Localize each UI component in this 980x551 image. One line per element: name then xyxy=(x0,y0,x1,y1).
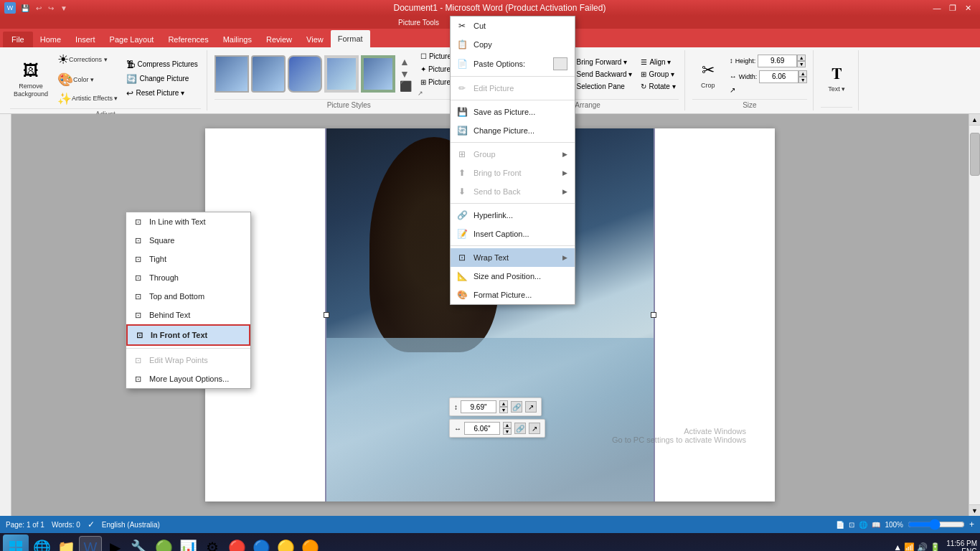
styles-scroll-down[interactable]: ▼ xyxy=(400,68,412,80)
tray-volume[interactable]: 🔊 xyxy=(917,542,928,551)
minimize-button[interactable]: — xyxy=(930,2,944,14)
corrections-button[interactable]: ☀ Corrections ▾ xyxy=(55,50,121,69)
style-thumb-3[interactable] xyxy=(288,55,322,93)
zoom-slider[interactable] xyxy=(908,520,965,529)
text-button[interactable]: 𝐓 Text ▾ xyxy=(821,60,852,95)
height-down[interactable]: ▼ xyxy=(797,61,806,67)
style-thumb-1[interactable] xyxy=(215,55,249,93)
height-up[interactable]: ▲ xyxy=(797,55,806,61)
style-thumb-4[interactable] xyxy=(324,55,359,93)
sub-behind[interactable]: ⊡ Behind Text xyxy=(126,306,250,324)
width-down[interactable]: ▼ xyxy=(798,77,807,83)
tab-page-layout[interactable]: Page Layout xyxy=(103,32,161,47)
scroll-up-button[interactable]: ▲ xyxy=(969,114,980,126)
cm-paste-options[interactable]: 📄 Paste Options: xyxy=(451,54,575,74)
close-button[interactable]: ✕ xyxy=(961,2,976,14)
artistic-effects-button[interactable]: ✨ Artistic Effects ▾ xyxy=(55,90,121,107)
remove-background-button[interactable]: 🖼 RemoveBackground xyxy=(10,57,52,100)
compress-pictures-button[interactable]: 🗜 Compress Pictures xyxy=(123,58,200,71)
style-thumb-5[interactable] xyxy=(361,55,395,93)
width-up[interactable]: ▲ xyxy=(798,70,807,77)
cm-copy[interactable]: 📋 Copy xyxy=(451,35,575,54)
cm-wrap-text[interactable]: ⊡ Wrap Text ▶ xyxy=(451,248,575,267)
styles-dropdown[interactable]: ⬛ xyxy=(400,80,412,92)
ft-lock-icon[interactable]: 🔗 xyxy=(511,401,522,413)
start-button[interactable] xyxy=(3,534,29,551)
taskbar-explorer[interactable]: 📁 xyxy=(55,536,77,551)
tab-format[interactable]: Format xyxy=(331,30,370,47)
ft-height-down[interactable]: ▼ xyxy=(499,407,508,413)
cm-save-as-picture[interactable]: 💾 Save as Picture... xyxy=(451,103,575,121)
cm-insert-caption[interactable]: 📝 Insert Caption... xyxy=(451,225,575,243)
send-backward-button[interactable]: ⬇ Send Backward ▾ xyxy=(566,69,636,80)
taskbar-app8[interactable]: 🟠 xyxy=(298,536,321,551)
ft-lock2-icon[interactable]: 🔗 xyxy=(514,423,526,434)
ft-expand-icon[interactable]: ↗ xyxy=(525,401,537,413)
selection-pane-button[interactable]: ⊞ Selection Pane xyxy=(566,81,636,92)
tray-network[interactable]: 📶 xyxy=(904,542,915,551)
cm-size-position[interactable]: 📐 Size and Position... xyxy=(451,267,575,286)
cm-change-picture[interactable]: 🔄 Change Picture... xyxy=(451,121,575,140)
cm-cut[interactable]: ✂ Cut xyxy=(451,17,575,35)
resize-handle-mr[interactable] xyxy=(651,312,656,318)
cm-edit-picture[interactable]: ✏ Edit Picture xyxy=(451,79,575,98)
taskbar-app5[interactable]: 🔴 xyxy=(225,536,248,551)
size-expand[interactable]: ↗ xyxy=(730,86,808,94)
taskbar-app3[interactable]: 📊 xyxy=(176,536,199,551)
sub-tight[interactable]: ⊡ Tight xyxy=(126,250,250,268)
styles-scroll-up[interactable]: ▲ xyxy=(400,56,412,67)
sub-in-front[interactable]: ⊡ In Front of Text xyxy=(126,324,250,346)
bring-forward-button[interactable]: ⬆ Bring Forward ▾ xyxy=(566,57,636,67)
maximize-button[interactable]: ❐ xyxy=(946,2,960,14)
sub-more-layout[interactable]: ⊡ More Layout Options... xyxy=(126,369,250,388)
tab-home[interactable]: Home xyxy=(33,32,68,47)
tray-battery[interactable]: 🔋 xyxy=(930,542,941,551)
height-input[interactable] xyxy=(758,55,797,67)
rotate-button[interactable]: ↻ Rotate ▾ xyxy=(638,81,678,92)
taskbar-app6[interactable]: 🔵 xyxy=(250,536,273,551)
sub-top-bottom[interactable]: ⊡ Top and Bottom xyxy=(126,287,250,306)
dropdown-quick[interactable]: ▼ xyxy=(58,4,70,12)
cm-hyperlink[interactable]: 🔗 Hyperlink... xyxy=(451,206,575,225)
taskbar-media[interactable]: ▶ xyxy=(103,536,126,551)
sub-through[interactable]: ⊡ Through xyxy=(126,268,250,287)
cm-bring-front[interactable]: ⬆ Bring to Front ▶ xyxy=(451,164,575,182)
tray-expand[interactable]: ▲ xyxy=(893,542,902,551)
taskbar-app4[interactable]: ⚙ xyxy=(201,536,224,551)
scroll-down-button[interactable]: ▼ xyxy=(969,504,980,516)
save-quick[interactable]: 💾 xyxy=(19,4,32,12)
view-read-icon[interactable]: 📖 xyxy=(872,521,880,529)
scroll-thumb[interactable] xyxy=(970,133,980,176)
style-thumb-2[interactable] xyxy=(251,55,286,93)
sub-square[interactable]: ⊡ Square xyxy=(126,231,250,250)
tab-view[interactable]: View xyxy=(299,32,331,47)
taskbar-word[interactable]: W xyxy=(79,536,102,551)
undo-quick[interactable]: ↩ xyxy=(34,4,44,12)
taskbar-app7[interactable]: 🟡 xyxy=(274,536,297,551)
ft-width-input[interactable] xyxy=(464,422,500,435)
tab-review[interactable]: Review xyxy=(259,32,299,47)
cm-format-picture[interactable]: 🎨 Format Picture... xyxy=(451,286,575,304)
group-button[interactable]: ⊞ Group ▾ xyxy=(638,69,678,80)
view-full-icon[interactable]: ⊡ xyxy=(849,521,854,529)
cm-group[interactable]: ⊞ Group ▶ xyxy=(451,145,575,164)
resize-handle-ml[interactable] xyxy=(324,312,329,318)
view-print-icon[interactable]: 📄 xyxy=(836,521,844,529)
zoom-in-icon[interactable]: + xyxy=(969,519,974,529)
spell-check-icon[interactable]: ✓ xyxy=(88,519,95,529)
paste-option-icon[interactable] xyxy=(553,57,567,70)
sub-inline[interactable]: ⊡ In Line with Text xyxy=(126,212,250,231)
sub-edit-wrap[interactable]: ⊡ Edit Wrap Points xyxy=(126,351,250,369)
color-button[interactable]: 🎨 Color ▾ xyxy=(55,70,121,89)
crop-button[interactable]: ✂ Crop xyxy=(692,57,724,92)
taskbar-ie[interactable]: 🌐 xyxy=(30,536,53,551)
tab-insert[interactable]: Insert xyxy=(68,32,103,47)
ft-expand2-icon[interactable]: ↗ xyxy=(529,423,540,434)
ft-width-down[interactable]: ▼ xyxy=(503,428,512,435)
view-web-icon[interactable]: 🌐 xyxy=(859,521,867,529)
redo-quick[interactable]: ↪ xyxy=(46,4,56,12)
tab-file[interactable]: File xyxy=(3,32,33,47)
tab-references[interactable]: References xyxy=(161,32,215,47)
taskbar-app2[interactable]: 🟢 xyxy=(152,536,175,551)
reset-picture-button[interactable]: ↩ Reset Picture ▾ xyxy=(123,87,200,100)
